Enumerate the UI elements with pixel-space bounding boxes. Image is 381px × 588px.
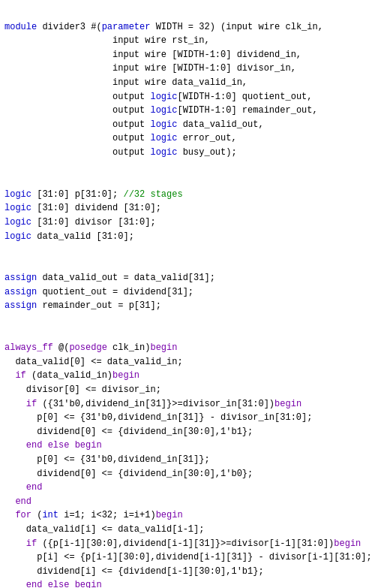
code-line-14: logic [31:0] divisor [31:0]; (4, 217, 156, 228)
code-line-1: module divider3 #(parameter WIDTH = 32) … (4, 22, 323, 32)
code-line-19: assign remainder_out = p[31]; (4, 300, 161, 311)
code-line-26: p[0] <= {31'b0,dividend_in[31]} - diviso… (4, 412, 312, 423)
code-line-38: end else begin (4, 580, 102, 588)
code-line-9: output logic error_out, (4, 133, 237, 143)
code-line-8: output logic data_valid_out, (4, 119, 264, 130)
code-line-28: end else begin (4, 440, 102, 451)
code-line-24: divisor[0] <= divisor_in; (4, 384, 161, 395)
code-line-30: dividend[0] <= {dividend_in[30:0],1'b0}; (4, 469, 253, 479)
code-line-21: always_ff @(posedge clk_in)begin (4, 342, 177, 353)
code-line-27: dividend[0] <= {dividend_in[30:0],1'b1}; (4, 427, 253, 437)
code-line-3: input wire [WIDTH-1:0] dividend_in, (4, 50, 302, 60)
code-line-31: end (4, 482, 42, 493)
code-line-18: assign quotient_out = dividend[31]; (4, 287, 194, 297)
code-line-34: data_valid[i] <= data_valid[i-1]; (4, 524, 204, 535)
code-line-13: logic [31:0] dividend [31:0]; (4, 203, 161, 213)
code-line-25: if ({31'b0,dividend_in[31]}>=divisor_in[… (4, 399, 302, 409)
code-editor: module divider3 #(parameter WIDTH = 32) … (0, 0, 381, 588)
code-line-36: p[i] <= {p[i-1][30:0],dividend[i-1][31]}… (4, 552, 372, 562)
code-line-35: if ({p[i-1][30:0],dividend[i-1][31]}>=di… (4, 538, 361, 549)
code-line-5: input wire data_valid_in, (4, 77, 248, 88)
code-line-4: input wire [WIDTH-1:0] divisor_in, (4, 63, 296, 74)
code-line-2: input wire rst_in, (4, 35, 210, 46)
code-line-29: p[0] <= {31'b0,dividend_in[31]}; (4, 454, 210, 465)
code-line-32: end (4, 496, 32, 507)
code-line-37: dividend[i] <= {dividend[i-1][30:0],1'b1… (4, 566, 264, 577)
code-line-7: output logic[WIDTH-1:0] remainder_out, (4, 105, 318, 116)
code-line-22: data_valid[0] <= data_valid_in; (4, 357, 183, 367)
code-line-6: output logic[WIDTH-1:0] quotient_out, (4, 92, 312, 102)
code-line-17: assign data_valid_out = data_valid[31]; (4, 273, 215, 283)
code-line-33: for (int i=1; i<32; i=i+1)begin (4, 510, 183, 520)
code-line-10: output logic busy_out); (4, 147, 237, 158)
code-line-23: if (data_valid_in)begin (4, 370, 140, 381)
code-line-15: logic data_valid [31:0]; (4, 231, 134, 242)
code-line-12: logic [31:0] p[31:0]; //32 stages (4, 189, 183, 200)
